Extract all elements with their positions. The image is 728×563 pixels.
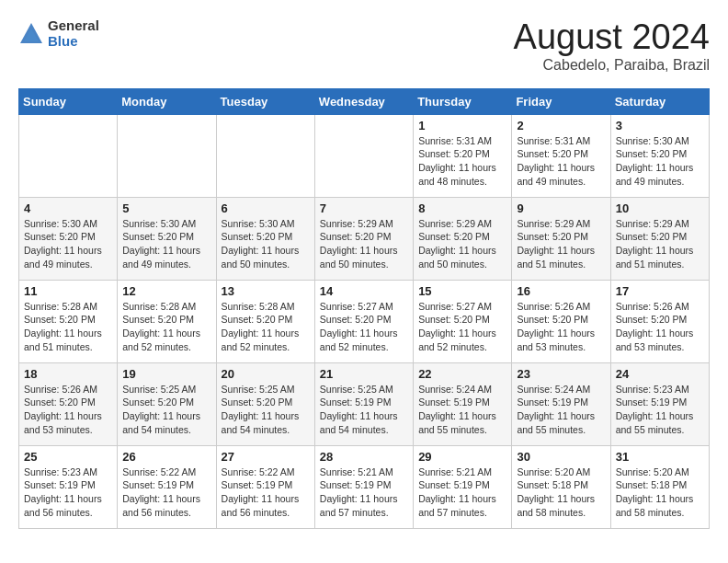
day-number: 18 [24,367,112,381]
logo: General Blue [18,18,99,49]
day-number: 9 [517,201,605,215]
calendar-cell: 31Sunrise: 5:20 AM Sunset: 5:18 PM Dayli… [610,445,709,528]
weekday-header-wednesday: Wednesday [314,88,413,114]
calendar-cell: 12Sunrise: 5:28 AM Sunset: 5:20 PM Dayli… [118,280,216,362]
day-info: Sunrise: 5:29 AM Sunset: 5:20 PM Dayligh… [517,217,605,271]
day-number: 7 [320,201,408,215]
day-info: Sunrise: 5:31 AM Sunset: 5:20 PM Dayligh… [517,134,605,189]
calendar-cell: 29Sunrise: 5:21 AM Sunset: 5:19 PM Dayli… [414,445,512,528]
day-number: 5 [122,201,210,215]
day-info: Sunrise: 5:25 AM Sunset: 5:20 PM Dayligh… [222,383,310,437]
calendar-cell: 28Sunrise: 5:21 AM Sunset: 5:19 PM Dayli… [314,445,413,528]
day-info: Sunrise: 5:28 AM Sunset: 5:20 PM Dayligh… [24,300,112,354]
day-number: 30 [517,450,605,464]
title-block: August 2024 Cabedelo, Paraiba, Brazil [514,18,710,74]
calendar-cell: 6Sunrise: 5:30 AM Sunset: 5:20 PM Daylig… [216,197,314,280]
weekday-header-monday: Monday [118,88,216,114]
day-info: Sunrise: 5:26 AM Sunset: 5:20 PM Dayligh… [24,383,112,437]
day-info: Sunrise: 5:26 AM Sunset: 5:20 PM Dayligh… [517,300,605,354]
day-info: Sunrise: 5:27 AM Sunset: 5:20 PM Dayligh… [320,300,408,354]
calendar-cell: 11Sunrise: 5:28 AM Sunset: 5:20 PM Dayli… [19,280,118,362]
location-title: Cabedelo, Paraiba, Brazil [514,57,710,74]
calendar-cell: 18Sunrise: 5:26 AM Sunset: 5:20 PM Dayli… [19,362,118,445]
calendar-cell: 22Sunrise: 5:24 AM Sunset: 5:19 PM Dayli… [414,362,512,445]
day-info: Sunrise: 5:28 AM Sunset: 5:20 PM Dayligh… [122,300,210,354]
calendar-cell: 17Sunrise: 5:26 AM Sunset: 5:20 PM Dayli… [610,280,709,362]
calendar-cell: 2Sunrise: 5:31 AM Sunset: 5:20 PM Daylig… [512,114,610,197]
calendar-cell [19,114,118,197]
day-number: 11 [24,284,112,298]
calendar-cell: 25Sunrise: 5:23 AM Sunset: 5:19 PM Dayli… [19,445,118,528]
day-info: Sunrise: 5:28 AM Sunset: 5:20 PM Dayligh… [222,300,310,354]
day-number: 14 [320,284,408,298]
weekday-header-saturday: Saturday [610,88,709,114]
calendar-week-row: 25Sunrise: 5:23 AM Sunset: 5:19 PM Dayli… [19,445,710,528]
day-number: 12 [122,284,210,298]
calendar-cell [216,114,314,197]
day-number: 22 [418,367,506,381]
day-info: Sunrise: 5:27 AM Sunset: 5:20 PM Dayligh… [418,300,506,354]
calendar-cell: 26Sunrise: 5:22 AM Sunset: 5:19 PM Dayli… [118,445,216,528]
logo-blue-label: Blue [48,34,99,50]
calendar-cell: 24Sunrise: 5:23 AM Sunset: 5:19 PM Dayli… [610,362,709,445]
day-number: 23 [517,367,605,381]
day-info: Sunrise: 5:23 AM Sunset: 5:19 PM Dayligh… [24,465,112,520]
day-info: Sunrise: 5:20 AM Sunset: 5:18 PM Dayligh… [616,465,704,520]
day-number: 31 [616,450,704,464]
day-number: 13 [222,284,310,298]
calendar-cell: 21Sunrise: 5:25 AM Sunset: 5:19 PM Dayli… [314,362,413,445]
day-info: Sunrise: 5:30 AM Sunset: 5:20 PM Dayligh… [616,134,704,189]
day-info: Sunrise: 5:29 AM Sunset: 5:20 PM Dayligh… [616,217,704,271]
logo-general-label: General [48,18,99,34]
calendar-cell: 9Sunrise: 5:29 AM Sunset: 5:20 PM Daylig… [512,197,610,280]
day-number: 6 [222,201,310,215]
day-number: 1 [418,119,506,132]
day-info: Sunrise: 5:24 AM Sunset: 5:19 PM Dayligh… [418,383,506,437]
day-info: Sunrise: 5:24 AM Sunset: 5:19 PM Dayligh… [517,383,605,437]
day-number: 15 [418,284,506,298]
day-info: Sunrise: 5:30 AM Sunset: 5:20 PM Dayligh… [24,217,112,271]
calendar-cell: 27Sunrise: 5:22 AM Sunset: 5:19 PM Dayli… [216,445,314,528]
weekday-header-friday: Friday [512,88,610,114]
day-info: Sunrise: 5:21 AM Sunset: 5:19 PM Dayligh… [320,465,408,520]
calendar-week-row: 1Sunrise: 5:31 AM Sunset: 5:20 PM Daylig… [19,114,710,197]
calendar-cell: 4Sunrise: 5:30 AM Sunset: 5:20 PM Daylig… [19,197,118,280]
day-number: 19 [122,367,210,381]
day-info: Sunrise: 5:25 AM Sunset: 5:19 PM Dayligh… [320,383,408,437]
weekday-header-tuesday: Tuesday [216,88,314,114]
day-number: 25 [24,450,112,464]
calendar-cell: 3Sunrise: 5:30 AM Sunset: 5:20 PM Daylig… [610,114,709,197]
day-number: 16 [517,284,605,298]
weekday-header-thursday: Thursday [414,88,512,114]
day-number: 3 [616,119,704,132]
weekday-header-sunday: Sunday [19,88,118,114]
logo-text: General Blue [48,18,99,49]
calendar-week-row: 11Sunrise: 5:28 AM Sunset: 5:20 PM Dayli… [19,280,710,362]
calendar-cell: 23Sunrise: 5:24 AM Sunset: 5:19 PM Dayli… [512,362,610,445]
day-info: Sunrise: 5:26 AM Sunset: 5:20 PM Dayligh… [616,300,704,354]
day-info: Sunrise: 5:20 AM Sunset: 5:18 PM Dayligh… [517,465,605,520]
day-number: 8 [418,201,506,215]
day-info: Sunrise: 5:22 AM Sunset: 5:19 PM Dayligh… [222,465,310,520]
day-info: Sunrise: 5:22 AM Sunset: 5:19 PM Dayligh… [122,465,210,520]
day-number: 21 [320,367,408,381]
calendar-cell [314,114,413,197]
day-info: Sunrise: 5:29 AM Sunset: 5:20 PM Dayligh… [320,217,408,271]
day-number: 26 [122,450,210,464]
calendar-cell: 8Sunrise: 5:29 AM Sunset: 5:20 PM Daylig… [414,197,512,280]
day-info: Sunrise: 5:31 AM Sunset: 5:20 PM Dayligh… [418,134,506,189]
day-info: Sunrise: 5:21 AM Sunset: 5:19 PM Dayligh… [418,465,506,520]
calendar-cell: 10Sunrise: 5:29 AM Sunset: 5:20 PM Dayli… [610,197,709,280]
day-number: 27 [222,450,310,464]
day-number: 4 [24,201,112,215]
day-info: Sunrise: 5:23 AM Sunset: 5:19 PM Dayligh… [616,383,704,437]
calendar-cell: 30Sunrise: 5:20 AM Sunset: 5:18 PM Dayli… [512,445,610,528]
calendar-week-row: 4Sunrise: 5:30 AM Sunset: 5:20 PM Daylig… [19,197,710,280]
logo-icon [18,21,44,47]
calendar-cell: 5Sunrise: 5:30 AM Sunset: 5:20 PM Daylig… [118,197,216,280]
day-number: 29 [418,450,506,464]
day-info: Sunrise: 5:30 AM Sunset: 5:20 PM Dayligh… [122,217,210,271]
day-number: 24 [616,367,704,381]
calendar-cell: 19Sunrise: 5:25 AM Sunset: 5:20 PM Dayli… [118,362,216,445]
calendar-cell: 13Sunrise: 5:28 AM Sunset: 5:20 PM Dayli… [216,280,314,362]
